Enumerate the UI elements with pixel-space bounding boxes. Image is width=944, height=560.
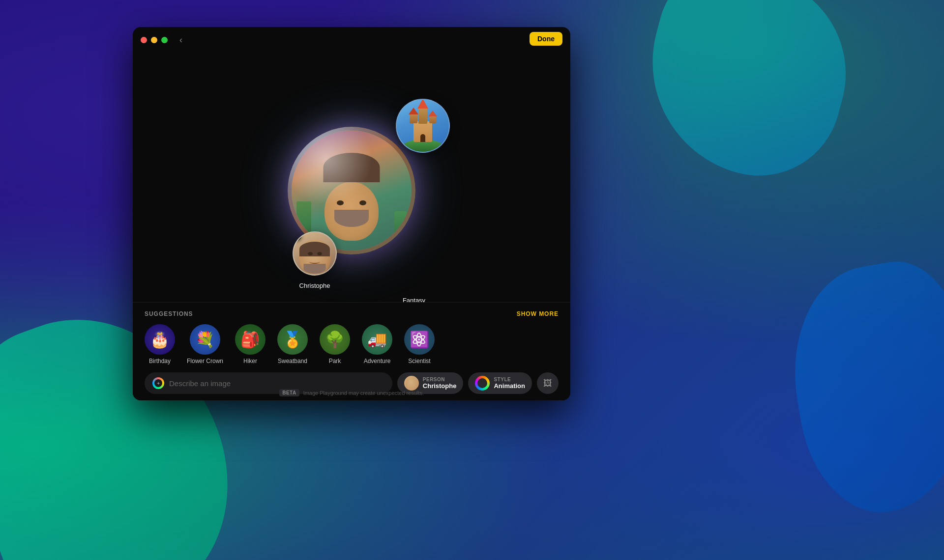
scene-container: − Christophe − [204, 69, 499, 325]
fantasy-minus-icon: − [398, 99, 402, 107]
style-chip-icon-inner [477, 378, 487, 388]
beta-badge: BETA [279, 389, 299, 396]
close-button[interactable] [141, 37, 147, 43]
face-hair [324, 153, 380, 182]
suggestion-label-3: Sweatband [278, 358, 307, 364]
image-gallery-icon: 🖼 [543, 378, 552, 389]
bottom-panel: SUGGESTIONS SHOW MORE 🎂Birthday💐Flower C… [133, 302, 570, 400]
main-canvas: − Christophe − [133, 53, 570, 341]
beta-text: Image Playground may create unexpected r… [303, 390, 424, 396]
person-chip-name: Christophe [423, 382, 457, 390]
minus-icon: − [295, 232, 298, 239]
suggestion-label-1: Flower Crown [187, 358, 223, 364]
show-more-button[interactable]: SHOW MORE [517, 310, 559, 317]
style-chip-icon [475, 376, 490, 391]
suggestion-item-sweatband[interactable]: 🏅Sweatband [277, 324, 308, 364]
suggestion-icon-3: 🏅 [277, 324, 308, 355]
suggestion-item-flower-crown[interactable]: 💐Flower Crown [187, 324, 223, 364]
person-chip-text: PERSON Christophe [423, 377, 457, 390]
suggestion-item-park[interactable]: 🌳Park [320, 324, 350, 364]
suggestion-item-adventure[interactable]: 🚚Adventure [362, 324, 392, 364]
suggestion-label-0: Birthday [149, 358, 171, 364]
suggestion-label-4: Park [329, 358, 341, 364]
person-small-label: Christophe [293, 282, 337, 289]
suggestion-label-5: Adventure [364, 358, 391, 364]
suggestion-icon-4: 🌳 [320, 324, 350, 355]
traffic-lights [141, 37, 168, 43]
maximize-button[interactable] [161, 37, 168, 43]
person-chip-label: PERSON [423, 377, 457, 382]
suggestion-item-birthday[interactable]: 🎂Birthday [145, 324, 175, 364]
suggestion-label-6: Scientist [408, 358, 430, 364]
person-chip-avatar [404, 376, 419, 391]
back-button[interactable]: ‹ [176, 33, 186, 47]
suggestion-icon-1: 💐 [190, 324, 220, 355]
style-chip-text: STYLE Animation [494, 377, 525, 390]
style-chip-name: Animation [494, 382, 525, 390]
suggestions-label: SUGGESTIONS [145, 310, 193, 317]
titlebar: ‹ Done [133, 27, 570, 53]
suggestions-row: 🎂Birthday💐Flower Crown🎒Hiker🏅Sweatband🌳P… [145, 324, 559, 364]
main-window: ‹ Done [133, 27, 570, 400]
suggestions-header: SUGGESTIONS SHOW MORE [145, 310, 559, 317]
suggestion-label-2: Hiker [243, 358, 257, 364]
suggestion-icon-0: 🎂 [145, 324, 175, 355]
person-small-bubble[interactable]: − [293, 231, 337, 276]
search-inner-icon: ✦ [154, 379, 162, 387]
search-placeholder: Describe an image [169, 379, 231, 388]
done-button[interactable]: Done [530, 32, 562, 46]
face-head [324, 182, 379, 241]
suggestion-item-scientist[interactable]: ⚛️Scientist [404, 324, 435, 364]
suggestion-icon-6: ⚛️ [404, 324, 435, 355]
suggestion-item-hiker[interactable]: 🎒Hiker [235, 324, 266, 364]
face-beard [334, 210, 369, 227]
suggestion-icon-5: 🚚 [362, 324, 392, 355]
style-chip-label: STYLE [494, 377, 525, 382]
beta-footer: BETA Image Playground may create unexpec… [133, 389, 570, 396]
fantasy-bubble[interactable]: − [396, 99, 450, 153]
image-playground-icon: ✦ [152, 377, 164, 389]
suggestion-icon-2: 🎒 [235, 324, 266, 355]
minimize-button[interactable] [151, 37, 157, 43]
fantasy-inner [397, 100, 449, 152]
